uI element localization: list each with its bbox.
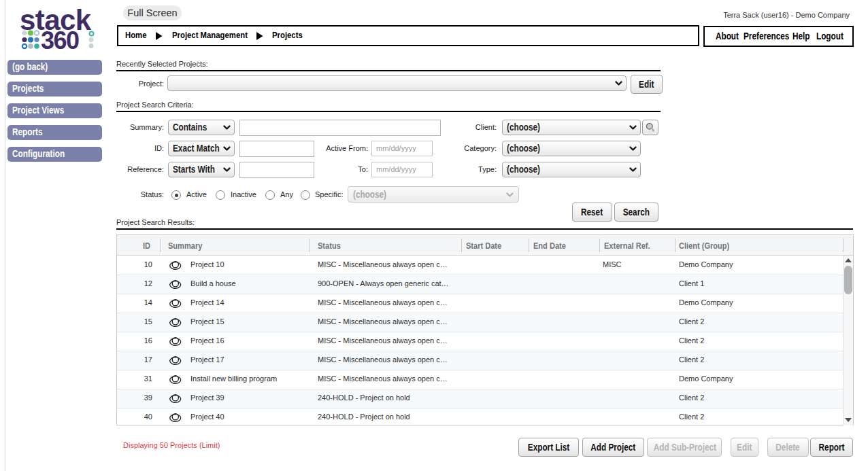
svg-text:360: 360 (41, 27, 79, 53)
